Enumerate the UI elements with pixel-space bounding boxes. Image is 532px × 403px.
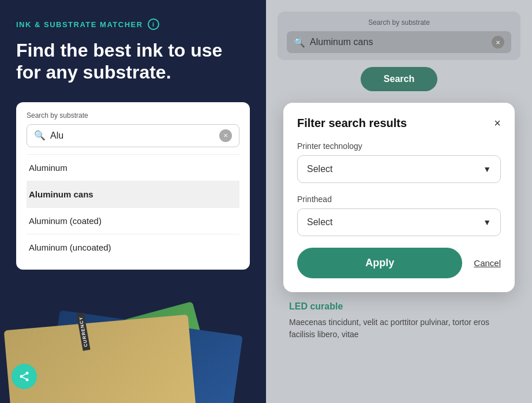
suggestions-list: Aluminum Aluminum cans Aluminum (coated)…: [27, 154, 239, 260]
app-label-text: INK & SUBSTRATE MATCHER: [16, 20, 143, 29]
svg-point-2: [26, 378, 29, 381]
search-button[interactable]: Search: [361, 67, 437, 91]
bottom-image-area: CERAMICS CURRENCY CARDBOARD: [0, 276, 266, 403]
right-search-icon: 🔍: [294, 37, 305, 48]
result-type: LED curable: [289, 301, 509, 312]
cancel-button[interactable]: Cancel: [474, 258, 501, 268]
search-icon: 🔍: [34, 130, 46, 141]
result-area: LED curable Maecenas tincidunt, velit ac…: [278, 292, 520, 350]
dialog-actions: Apply Cancel: [297, 248, 501, 278]
apply-button[interactable]: Apply: [297, 248, 462, 278]
chevron-down-icon: ▼: [483, 165, 491, 174]
right-panel: Search by substrate 🔍 Aluminum cans × Se…: [266, 0, 532, 403]
printer-technology-section: Printer technology Select ▼: [297, 141, 501, 183]
filter-dialog: Filter search results × Printer technolo…: [283, 103, 515, 292]
right-search-label: Search by substrate: [287, 18, 511, 27]
right-search-text: Aluminum cans: [310, 37, 487, 47]
printhead-select[interactable]: Select ▼: [297, 208, 501, 236]
app-label-row: INK & SUBSTRATE MATCHER i: [16, 18, 250, 30]
clear-icon[interactable]: ×: [219, 129, 232, 142]
suggestion-item-active[interactable]: Aluminum cans: [27, 181, 239, 208]
svg-point-0: [26, 372, 29, 375]
printer-technology-label: Printer technology: [297, 141, 501, 151]
printhead-section: Printhead Select ▼: [297, 195, 501, 236]
fan-currency: CURRENCY: [4, 315, 196, 403]
share-icon: [18, 371, 30, 382]
svg-point-1: [20, 375, 23, 378]
svg-line-3: [23, 377, 26, 379]
right-bg: Search by substrate 🔍 Aluminum cans × Se…: [266, 0, 532, 403]
result-text: Maecenas tincidunt, velit ac porttitor p…: [289, 316, 509, 341]
svg-line-4: [23, 374, 26, 375]
search-label: Search by substrate: [27, 111, 239, 120]
right-search-row: 🔍 Aluminum cans ×: [287, 31, 511, 53]
suggestion-item[interactable]: Aluminum (uncoated): [27, 234, 239, 260]
right-search-area: Search by substrate 🔍 Aluminum cans ×: [278, 12, 520, 60]
suggestion-item[interactable]: Aluminum (coated): [27, 208, 239, 234]
headline: Find the best ink to use for any substra…: [16, 39, 250, 84]
search-card: Search by substrate 🔍 × Aluminum Aluminu…: [16, 102, 250, 270]
dialog-title: Filter search results: [297, 117, 407, 130]
dialog-header: Filter search results ×: [297, 117, 501, 130]
printhead-label: Printhead: [297, 195, 501, 204]
printer-technology-select[interactable]: Select ▼: [297, 155, 501, 183]
fan-container: CERAMICS CURRENCY CARDBOARD: [0, 276, 266, 403]
suggestion-item[interactable]: Aluminum: [27, 155, 239, 181]
dialog-close-button[interactable]: ×: [494, 117, 501, 130]
info-icon[interactable]: i: [148, 18, 159, 30]
search-input[interactable]: [50, 130, 215, 141]
right-clear-icon[interactable]: ×: [492, 36, 504, 48]
share-button[interactable]: [12, 364, 37, 389]
chevron-down-icon: ▼: [483, 218, 491, 227]
search-input-row: 🔍 ×: [27, 124, 239, 147]
left-panel: INK & SUBSTRATE MATCHER i Find the best …: [0, 0, 266, 403]
